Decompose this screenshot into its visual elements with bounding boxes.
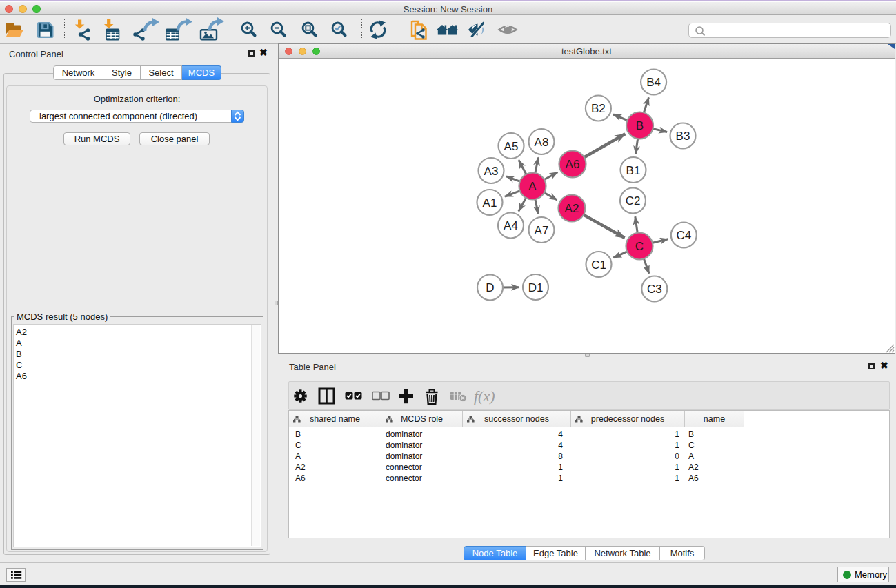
svg-text:A6: A6 <box>566 158 580 171</box>
svg-text:B1: B1 <box>626 164 641 177</box>
svg-text:B2: B2 <box>591 102 606 115</box>
svg-text:B3: B3 <box>676 130 690 143</box>
svg-text:A3: A3 <box>484 165 499 178</box>
svg-text:B: B <box>636 119 644 132</box>
svg-text:C3: C3 <box>647 283 662 296</box>
svg-text:C2: C2 <box>626 194 641 207</box>
svg-text:A7: A7 <box>535 224 549 237</box>
svg-text:A2: A2 <box>565 202 579 215</box>
svg-text:A5: A5 <box>504 140 519 153</box>
svg-text:B4: B4 <box>646 76 661 89</box>
svg-text:C1: C1 <box>591 258 606 272</box>
svg-text:A8: A8 <box>535 136 549 149</box>
svg-text:A4: A4 <box>504 219 518 232</box>
svg-text:C4: C4 <box>676 229 691 242</box>
svg-text:f(x): f(x) <box>474 387 495 405</box>
svg-text:A1: A1 <box>483 196 497 210</box>
svg-text:D1: D1 <box>528 281 544 294</box>
svg-text:D: D <box>486 281 494 294</box>
svg-text:A: A <box>528 180 537 193</box>
svg-text:C: C <box>635 240 644 253</box>
